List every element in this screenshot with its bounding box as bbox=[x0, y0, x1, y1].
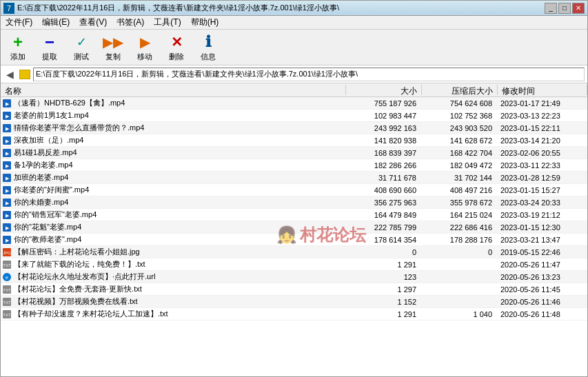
file-modified: 2023-03-11 22:33 bbox=[498, 161, 587, 170]
file-compressed: 182 049 472 bbox=[422, 161, 498, 170]
test-icon: ✓ bbox=[72, 32, 91, 52]
add-button[interactable]: + 添加 bbox=[3, 31, 32, 63]
menu-view[interactable]: 查看(V) bbox=[77, 17, 109, 28]
list-item[interactable]: TXT 【村花视频】万部视频免费在线看.txt 1 152 2020-05-26… bbox=[1, 296, 587, 308]
window-controls: _ □ ✕ bbox=[545, 3, 585, 14]
file-size: 1 291 bbox=[346, 310, 422, 318]
file-compressed: 243 903 520 bbox=[422, 124, 498, 132]
delete-button[interactable]: ✕ 删除 bbox=[162, 31, 191, 63]
info-icon: ℹ bbox=[199, 32, 218, 52]
file-modified: 2020-05-26 11:47 bbox=[498, 261, 587, 269]
file-name: ▶ 你的"销售冠军"老婆.mp4 bbox=[1, 210, 346, 220]
file-type-icon: ▶ bbox=[2, 223, 12, 232]
menu-edit[interactable]: 编辑(E) bbox=[40, 17, 72, 28]
list-item[interactable]: ▶ 你老婆的"好闺蜜".mp4 408 690 660 408 497 216 … bbox=[1, 184, 587, 196]
file-modified: 2023-03-24 20:33 bbox=[498, 198, 587, 207]
file-modified: 2020-05-26 11:46 bbox=[498, 298, 587, 306]
list-item[interactable]: ▶ 深夜加班（足）.mp4 141 820 938 141 628 672 20… bbox=[1, 134, 587, 147]
list-item[interactable]: ▶ （速看）NHDTB-629【禽】.mp4 755 187 926 754 6… bbox=[1, 97, 587, 110]
file-name: ▶ 你老婆的"好闺蜜".mp4 bbox=[1, 185, 346, 195]
list-item[interactable]: ▶ 加班的老婆.mp4 31 711 678 31 702 144 2023-0… bbox=[1, 172, 587, 184]
file-name: TXT 【来了就能下载的论坛，纯免费！】.txt bbox=[1, 259, 346, 269]
file-type-icon: ▶ bbox=[2, 198, 12, 207]
menu-bookmarks[interactable]: 书签(A) bbox=[114, 17, 146, 28]
file-name: ▶ 你的"花魁"老婆.mp4 bbox=[1, 222, 346, 232]
col-compressed[interactable]: 压缩后大小 bbox=[422, 85, 498, 95]
list-item[interactable]: JPG 【解压密码：上村花论坛看小姐姐.jpg 0 0 2019-05-15 2… bbox=[1, 246, 587, 258]
list-item[interactable]: TXT 【来了就能下载的论坛，纯免费！】.txt 1 291 2020-05-2… bbox=[1, 258, 587, 271]
test-label: 测试 bbox=[74, 52, 89, 62]
menu-tools[interactable]: 工具(T) bbox=[152, 17, 183, 28]
address-input[interactable] bbox=[33, 68, 585, 81]
app-icon: 7 bbox=[3, 3, 14, 14]
list-item[interactable]: ▶ 你的"花魁"老婆.mp4 222 785 799 222 686 416 2… bbox=[1, 221, 587, 234]
file-size: 102 983 447 bbox=[346, 112, 422, 120]
file-modified: 2023-01-17 21:49 bbox=[498, 99, 587, 108]
file-type-icon: TXT bbox=[2, 260, 12, 269]
info-button[interactable]: ℹ 信息 bbox=[194, 31, 223, 63]
file-name: ▶ 易1碰1易反差.mp4 bbox=[1, 147, 346, 158]
file-type-icon: ▶ bbox=[2, 185, 12, 195]
maximize-button[interactable]: □ bbox=[558, 3, 571, 14]
list-item[interactable]: e 【村花论坛永久地址发布页】·点此打开.url 123 2020-05-26 … bbox=[1, 271, 587, 283]
file-type-icon: TXT bbox=[2, 309, 12, 319]
file-size: 31 711 678 bbox=[346, 174, 422, 182]
list-item[interactable]: ▶ 你的未婚妻.mp4 356 275 963 355 978 672 2023… bbox=[1, 196, 587, 209]
close-button[interactable]: ✕ bbox=[572, 3, 585, 14]
file-type-icon: ▶ bbox=[2, 99, 12, 108]
file-size: 164 479 849 bbox=[346, 211, 422, 219]
copy-label: 复制 bbox=[105, 52, 121, 62]
menu-help[interactable]: 帮助(H) bbox=[189, 17, 221, 28]
file-compressed: 754 624 608 bbox=[422, 99, 498, 108]
move-label: 移动 bbox=[137, 52, 152, 62]
file-type-icon: ▶ bbox=[2, 136, 12, 145]
file-name: ▶ 备1孕的老婆.mp4 bbox=[1, 160, 346, 170]
file-modified: 2023-02-06 20:55 bbox=[498, 149, 587, 157]
title-bar: 7 E:\百度下载\2022年11月16日，新剪辑，艾薇连看\新建文件夹\绿1淫… bbox=[1, 1, 587, 16]
file-size: 0 bbox=[346, 248, 422, 256]
file-name: JPG 【解压密码：上村花论坛看小姐姐.jpg bbox=[1, 247, 346, 257]
list-item[interactable]: TXT 【村花论坛】全免费·无套路·更新快.txt 1 297 2020-05-… bbox=[1, 283, 587, 296]
list-item[interactable]: TXT 【有种子却没速度？来村花论坛人工加速】.txt 1 291 1 040 … bbox=[1, 308, 587, 320]
col-size[interactable]: 大小 bbox=[346, 85, 422, 95]
test-button[interactable]: ✓ 测试 bbox=[67, 31, 96, 63]
extract-label: 提取 bbox=[42, 52, 57, 62]
file-compressed: 222 686 416 bbox=[422, 223, 498, 232]
nav-back[interactable]: ◀ bbox=[3, 68, 17, 81]
file-compressed: 102 752 368 bbox=[422, 112, 498, 120]
file-modified: 2023-03-14 21:20 bbox=[498, 136, 587, 145]
copy-button[interactable]: ▶▶ 复制 bbox=[99, 31, 128, 63]
col-modified[interactable]: 修改时间 bbox=[498, 85, 587, 95]
toolbar: + 添加 − 提取 ✓ 测试 ▶▶ 复制 ▶ 移动 ✕ 删除 ℹ 信息 bbox=[1, 30, 587, 65]
file-size: 356 275 963 bbox=[346, 198, 422, 207]
file-modified: 2023-03-13 22:23 bbox=[498, 112, 587, 120]
file-type-icon: TXT bbox=[2, 285, 12, 294]
svg-text:TXT: TXT bbox=[3, 263, 11, 267]
minimize-button[interactable]: _ bbox=[545, 3, 557, 14]
col-name[interactable]: 名称 bbox=[1, 85, 346, 95]
file-size: 222 785 799 bbox=[346, 223, 422, 232]
file-compressed: 408 497 216 bbox=[422, 186, 498, 194]
file-type-icon: ▶ bbox=[2, 210, 12, 220]
file-modified: 2023-01-15 15:27 bbox=[498, 186, 587, 194]
file-name: ▶ 加班的老婆.mp4 bbox=[1, 172, 346, 183]
file-compressed: 164 215 024 bbox=[422, 211, 498, 219]
folder-icon bbox=[19, 70, 30, 79]
file-modified: 2023-01-15 12:30 bbox=[498, 223, 587, 232]
list-item[interactable]: ▶ 你的"销售冠军"老婆.mp4 164 479 849 164 215 024… bbox=[1, 209, 587, 221]
list-item[interactable]: ▶ 你的"教师老婆".mp4 178 614 354 178 288 176 2… bbox=[1, 234, 587, 246]
move-button[interactable]: ▶ 移动 bbox=[130, 31, 159, 63]
menu-file[interactable]: 文件(F) bbox=[3, 17, 34, 28]
file-compressed: 355 978 672 bbox=[422, 198, 498, 207]
list-item[interactable]: ▶ 备1孕的老婆.mp4 182 286 266 182 049 472 202… bbox=[1, 159, 587, 172]
file-modified: 2023-01-15 22:11 bbox=[498, 124, 587, 132]
file-type-icon: ▶ bbox=[2, 161, 12, 170]
file-type-icon: ▶ bbox=[2, 173, 12, 183]
list-item[interactable]: ▶ 老婆的前1男1友1.mp4 102 983 447 102 752 368 … bbox=[1, 110, 587, 122]
extract-button[interactable]: − 提取 bbox=[35, 31, 64, 63]
file-modified: 2020-05-26 11:48 bbox=[498, 310, 587, 318]
list-item[interactable]: ▶ 易1碰1易反差.mp4 168 839 397 168 422 704 20… bbox=[1, 147, 587, 159]
file-name: ▶ 深夜加班（足）.mp4 bbox=[1, 135, 346, 145]
file-modified: 2023-03-21 13:47 bbox=[498, 236, 587, 244]
list-item[interactable]: ▶ 猜猜你老婆平常怎么直播带货的？.mp4 243 992 163 243 90… bbox=[1, 122, 587, 134]
